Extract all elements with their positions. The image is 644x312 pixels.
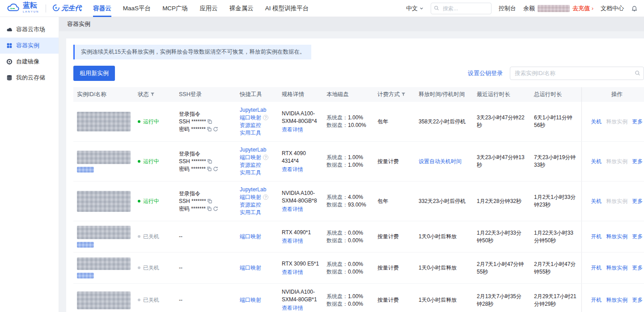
copy-icon[interactable] (207, 126, 212, 132)
view-detail-link[interactable]: 查看详情 (282, 166, 303, 173)
recent-runtime-cell: 1月22天3小时33分钟50秒 (473, 221, 530, 253)
tool-link[interactable]: 端口映射 (240, 233, 261, 240)
action-link[interactable]: 释放实例 (606, 233, 627, 240)
sidebar-item-storage[interactable]: 我的云存储 (0, 70, 59, 86)
action-link[interactable]: 关机 (591, 158, 602, 164)
view-detail-link[interactable]: 查看详情 (282, 269, 303, 275)
tool-link[interactable]: 端口映射 (240, 154, 261, 160)
docs-link[interactable]: 文档中心 (601, 4, 624, 13)
tool-link[interactable]: JupyterLab (240, 186, 266, 193)
action-link[interactable]: 释放实例 (606, 265, 627, 271)
auto-shutdown-link[interactable]: 设置自动关机时间 (419, 158, 462, 164)
nav-item-container-cloud[interactable]: 容器云 (93, 0, 111, 17)
tool-link[interactable]: JupyterLab (240, 147, 266, 153)
copy-icon[interactable] (207, 206, 212, 211)
instance-id-cell (73, 284, 134, 312)
notification-bell-icon[interactable] (631, 5, 638, 12)
tool-link[interactable]: 实用工具 (240, 209, 261, 215)
refresh-icon[interactable] (213, 206, 218, 211)
instance-search-input[interactable] (510, 67, 644, 80)
copy-icon[interactable] (207, 198, 212, 204)
action-link[interactable]: 开机 (591, 233, 602, 240)
tools-cell: 端口映射 (236, 253, 278, 284)
view-detail-link[interactable]: 查看详情 (282, 126, 303, 133)
action-link[interactable]: 更多 (632, 158, 643, 164)
tool-link[interactable]: 实用工具 (240, 169, 261, 176)
filter-icon[interactable] (401, 92, 406, 97)
ssh-login-command[interactable]: 登录指令 (179, 150, 233, 158)
sidebar-item-instances[interactable]: 容器实例 (0, 38, 59, 54)
copy-icon[interactable] (207, 159, 212, 164)
tool-link[interactable]: 端口映射 (240, 265, 261, 271)
instance-table: 实例ID/名称 状态 SSH登录 快捷工具 规格详情 本地磁盘 计费方式 释放时… (73, 87, 644, 312)
global-search-input[interactable] (431, 3, 491, 14)
action-link[interactable]: 释放实例 (606, 198, 627, 204)
view-detail-link[interactable]: 查看详情 (282, 206, 303, 212)
filter-icon[interactable] (150, 92, 155, 97)
action-link[interactable]: 更多 (632, 297, 643, 303)
action-link[interactable]: 更多 (632, 118, 643, 125)
tool-link[interactable]: 实用工具 (240, 130, 261, 136)
ssh-cell: -- (175, 221, 236, 253)
nav-item-maas[interactable]: MaaS平台 (123, 0, 151, 17)
tool-link[interactable]: 资源监控 (240, 202, 261, 208)
tool-link[interactable]: 端口映射 (240, 297, 261, 303)
nav-item-ai-training[interactable]: AI 模型训推平台 (265, 0, 309, 17)
tool-link[interactable]: 资源监控 (240, 162, 261, 168)
redacted-instance-tag (77, 273, 94, 278)
ssh-cell: 登录指令 SSH ******* 密码 ******* (175, 102, 236, 142)
tool-link[interactable]: JupyterLab (240, 107, 266, 113)
nav-item-app-cloud[interactable]: 应用云 (199, 0, 218, 17)
table-row: 已关机--端口映射RTX 3090 E5*1查看详情系统盘：0.00%数据盘：0… (73, 253, 644, 284)
ssh-login-command[interactable]: 登录指令 (179, 110, 233, 118)
copy-icon[interactable] (207, 119, 212, 124)
spec-cell: NVIDIA A100-SXM4-80GB*4查看详情 (278, 102, 323, 142)
view-detail-link[interactable]: 查看详情 (282, 305, 303, 311)
action-link[interactable]: 关机 (591, 198, 602, 204)
action-link[interactable]: 更多 (632, 265, 643, 271)
status-badge: 已关机 (143, 233, 159, 240)
nav-item-mcp[interactable]: MCP广场 (162, 0, 188, 17)
ssh-cell: -- (175, 253, 236, 284)
rent-new-instance-button[interactable]: 租用新实例 (73, 66, 115, 81)
language-selector[interactable]: 中文 (406, 4, 424, 13)
copy-icon[interactable] (207, 166, 212, 172)
sidebar-item-market[interactable]: 容器云市场 (0, 21, 59, 38)
status-dot-icon (138, 160, 140, 163)
nav-item-bare-metal[interactable]: 裸金属云 (229, 0, 254, 17)
ssh-address: SSH ******* (179, 158, 233, 165)
toolbar-right: 设置公钥登录 (468, 67, 644, 80)
sidebar-item-label: 自建镜像 (16, 58, 39, 66)
recharge-link[interactable]: 去充值 › (572, 4, 593, 13)
action-link[interactable]: 关机 (591, 118, 602, 125)
brand[interactable]: 蓝耘 LANYUN 元生代 (6, 2, 81, 15)
refresh-icon[interactable] (213, 126, 218, 132)
help-icon[interactable]: ? (263, 194, 268, 200)
action-link[interactable]: 开机 (591, 265, 602, 271)
action-link[interactable]: 开机 (591, 297, 602, 303)
ssh-login-command[interactable]: 登录指令 (179, 190, 233, 198)
sidebar-item-label: 容器云市场 (16, 25, 45, 34)
help-icon[interactable]: ? (263, 115, 268, 120)
table-row: 运行中 登录指令 SSH ******* 密码 *******JupyterLa… (73, 181, 644, 221)
action-link[interactable]: 更多 (632, 198, 643, 204)
action-link[interactable]: 释放实例 (606, 118, 627, 125)
tool-link[interactable]: 端口映射 (240, 194, 261, 200)
action-link[interactable]: 释放实例 (606, 158, 627, 164)
tool-link[interactable]: 资源监控 (240, 122, 261, 128)
instance-id-cell (73, 102, 134, 142)
console-link[interactable]: 控制台 (499, 4, 516, 13)
refresh-icon[interactable] (213, 166, 218, 172)
tool-link[interactable]: 端口映射 (240, 114, 261, 121)
help-icon[interactable]: ? (263, 155, 268, 160)
ssh-password: 密码 ******* (179, 205, 233, 213)
set-public-key-link[interactable]: 设置公钥登录 (468, 69, 503, 77)
redacted-balance (538, 5, 570, 12)
recent-runtime-cell: 3天23小时47分钟22秒 (473, 102, 530, 142)
action-link[interactable]: 更多 (632, 233, 643, 240)
view-detail-link[interactable]: 查看详情 (282, 238, 303, 244)
chevron-down-icon (419, 6, 424, 10)
redacted-instance-id (77, 151, 131, 164)
sidebar-item-images[interactable]: 自建镜像 (0, 54, 59, 70)
action-link[interactable]: 释放实例 (606, 297, 627, 303)
